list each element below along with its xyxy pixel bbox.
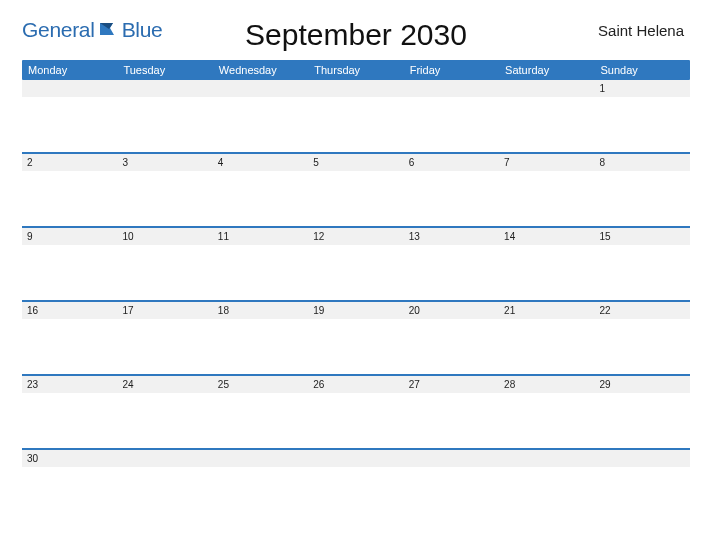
date-number: 21 [499,302,594,319]
date-number [117,80,212,97]
date-number: 20 [404,302,499,319]
region-label: Saint Helena [598,22,684,39]
date-number [117,450,212,467]
brand-text-general: General [22,18,95,42]
day-cell: 23 [22,376,117,448]
day-cell: 12 [308,228,403,300]
date-number [404,450,499,467]
day-cell [595,450,690,508]
day-header-row: Monday Tuesday Wednesday Thursday Friday… [22,60,690,80]
day-header: Tuesday [117,60,212,80]
date-number: 24 [117,376,212,393]
week-row: 16 17 18 19 20 21 22 [22,300,690,374]
day-cell [308,80,403,152]
date-number: 28 [499,376,594,393]
date-number: 22 [595,302,690,319]
week-row: 2 3 4 5 6 7 8 [22,152,690,226]
day-cell: 22 [595,302,690,374]
day-cell: 10 [117,228,212,300]
day-cell: 26 [308,376,403,448]
date-number: 1 [595,80,690,97]
date-number: 19 [308,302,403,319]
date-number: 18 [213,302,308,319]
day-cell: 30 [22,450,117,508]
day-cell: 17 [117,302,212,374]
date-number: 25 [213,376,308,393]
day-cell: 16 [22,302,117,374]
date-number [213,80,308,97]
day-cell: 20 [404,302,499,374]
date-number [213,450,308,467]
date-number [595,450,690,467]
date-number [308,450,403,467]
day-cell: 2 [22,154,117,226]
week-row: 9 10 11 12 13 14 15 [22,226,690,300]
day-cell: 14 [499,228,594,300]
day-cell [404,80,499,152]
date-number: 7 [499,154,594,171]
day-header: Wednesday [213,60,308,80]
day-cell: 27 [404,376,499,448]
day-cell: 4 [213,154,308,226]
day-cell: 19 [308,302,403,374]
day-cell [308,450,403,508]
date-number: 2 [22,154,117,171]
day-cell: 8 [595,154,690,226]
day-cell: 21 [499,302,594,374]
page-title: September 2030 [245,18,467,52]
date-number [499,450,594,467]
day-cell [404,450,499,508]
day-cell: 25 [213,376,308,448]
date-number: 13 [404,228,499,245]
date-number: 10 [117,228,212,245]
day-cell: 3 [117,154,212,226]
day-cell: 15 [595,228,690,300]
date-number: 12 [308,228,403,245]
date-number: 26 [308,376,403,393]
date-number: 17 [117,302,212,319]
date-number: 3 [117,154,212,171]
day-cell [213,80,308,152]
day-cell: 11 [213,228,308,300]
day-cell: 24 [117,376,212,448]
week-row: 30 [22,448,690,508]
day-cell: 18 [213,302,308,374]
day-cell: 1 [595,80,690,152]
date-number: 5 [308,154,403,171]
brand-logo: General Blue [22,18,162,42]
day-header: Monday [22,60,117,80]
date-number: 14 [499,228,594,245]
day-cell [213,450,308,508]
date-number: 11 [213,228,308,245]
week-row: 1 [22,80,690,152]
day-cell [117,450,212,508]
day-cell: 29 [595,376,690,448]
date-number: 6 [404,154,499,171]
day-cell: 9 [22,228,117,300]
header: General Blue September 2030 Saint Helena [22,16,690,42]
day-cell [499,450,594,508]
calendar-grid: Monday Tuesday Wednesday Thursday Friday… [22,60,690,508]
date-number: 30 [22,450,117,467]
day-cell: 5 [308,154,403,226]
flag-icon [99,18,119,42]
date-number: 29 [595,376,690,393]
day-cell: 6 [404,154,499,226]
day-cell [499,80,594,152]
day-cell [22,80,117,152]
date-number: 15 [595,228,690,245]
date-number: 4 [213,154,308,171]
date-number [499,80,594,97]
date-number [308,80,403,97]
brand-text-blue: Blue [122,18,163,42]
day-header: Saturday [499,60,594,80]
date-number [22,80,117,97]
date-number: 23 [22,376,117,393]
day-header: Thursday [308,60,403,80]
week-row: 23 24 25 26 27 28 29 [22,374,690,448]
day-cell [117,80,212,152]
day-cell: 28 [499,376,594,448]
date-number: 27 [404,376,499,393]
date-number: 8 [595,154,690,171]
date-number: 16 [22,302,117,319]
